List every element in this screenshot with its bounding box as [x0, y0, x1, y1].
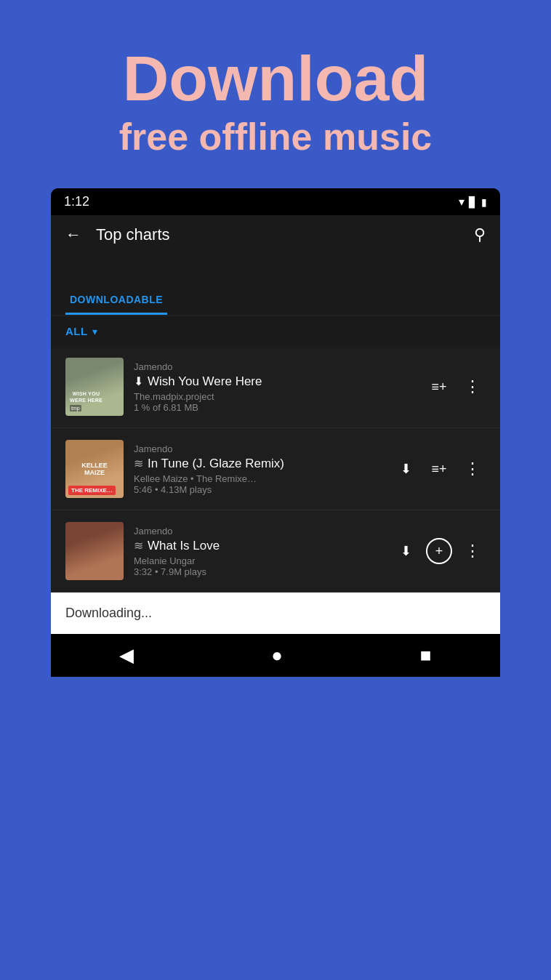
- download-button-2[interactable]: ⬇: [393, 456, 419, 482]
- back-button[interactable]: ←: [65, 225, 81, 244]
- song-actions-2: ⬇ ≡+ ⋮: [393, 456, 486, 482]
- kellee-badge: THE REMIXE…: [68, 486, 116, 495]
- nav-home-button[interactable]: [271, 644, 283, 667]
- hero-section: Download free offline music: [0, 0, 551, 188]
- song-title-1: ⬇ Wish You Were Here: [134, 374, 416, 389]
- song-meta-3: 3:32 • 7.9M plays: [134, 566, 382, 577]
- song-title-3: ≋ What Is Love: [134, 539, 382, 553]
- song-actions-1: ≡+ ⋮: [426, 374, 486, 400]
- wifi-icon: [459, 194, 464, 209]
- song-art-1: wish youwere here tmp: [65, 358, 124, 416]
- more-button-2[interactable]: ⋮: [459, 456, 486, 482]
- song-source-3: Jamendo: [134, 526, 382, 537]
- downloading-icon: ⬇: [134, 374, 143, 388]
- song-art-3: [65, 522, 124, 580]
- song-meta-2: 5:46 • 4.13M plays: [134, 484, 382, 495]
- tab-bar: DOWNLOADABLE: [51, 284, 500, 316]
- hero-title: Download: [29, 44, 522, 114]
- song-artist-2: Kellee Maize • The Remixe…: [134, 473, 382, 484]
- song-actions-3: ⬇ + ⋮: [393, 538, 486, 564]
- status-time: 1:12: [64, 194, 89, 209]
- filter-label[interactable]: ALL: [65, 325, 88, 337]
- song-list: wish youwere here tmp Jamendo ⬇ Wish You…: [51, 346, 500, 593]
- downloading-text: Downloading...: [65, 606, 152, 620]
- status-bar: 1:12: [51, 188, 500, 215]
- song-source-2: Jamendo: [134, 443, 382, 454]
- song-artist-1: The.madpix.project: [134, 391, 416, 402]
- more-button-1[interactable]: ⋮: [459, 374, 486, 400]
- signal-icon: [469, 194, 477, 209]
- nav-recent-button[interactable]: [420, 644, 432, 667]
- more-button-3[interactable]: ⋮: [459, 538, 486, 564]
- song-title-2: ≋ In Tune (J. Glaze Remix): [134, 457, 382, 471]
- queue-button-1[interactable]: ≡+: [426, 374, 452, 400]
- add-button-3[interactable]: +: [426, 538, 452, 564]
- app-bar-title: Top charts: [96, 225, 170, 244]
- stream-icon-2: ≋: [134, 457, 143, 470]
- hero-subtitle: free offline music: [29, 114, 522, 159]
- song-item-2[interactable]: kelleemaize THE REMIXE… Jamendo ≋ In Tun…: [51, 428, 500, 510]
- downloading-bar: Downloading...: [51, 593, 500, 634]
- search-button[interactable]: ⚲: [474, 225, 486, 244]
- song-info-1: Jamendo ⬇ Wish You Were Here The.madpix.…: [134, 361, 416, 413]
- song-item-1[interactable]: wish youwere here tmp Jamendo ⬇ Wish You…: [51, 346, 500, 428]
- song-info-3: Jamendo ≋ What Is Love Melanie Ungar 3:3…: [134, 526, 382, 577]
- tab-downloadable[interactable]: DOWNLOADABLE: [65, 284, 167, 315]
- app-bar-left: ← Top charts: [65, 225, 170, 244]
- song-artist-3: Melanie Ungar: [134, 555, 382, 566]
- app-bar-spacer: [51, 254, 500, 284]
- nav-bar: [51, 634, 500, 677]
- phone-mockup: 1:12 ← Top charts ⚲ DOWNLOADABLE ALL ▾ w…: [51, 188, 500, 677]
- chevron-down-icon[interactable]: ▾: [92, 326, 97, 337]
- battery-icon: [481, 194, 487, 209]
- song-info-2: Jamendo ≋ In Tune (J. Glaze Remix) Kelle…: [134, 443, 382, 495]
- nav-back-button[interactable]: [119, 644, 134, 667]
- song-meta-1: 1 % of 6.81 MB: [134, 402, 416, 413]
- song-source-1: Jamendo: [134, 361, 416, 372]
- filter-row: ALL ▾: [51, 316, 500, 346]
- song-item-3[interactable]: Jamendo ≋ What Is Love Melanie Ungar 3:3…: [51, 510, 500, 593]
- download-button-3[interactable]: ⬇: [393, 538, 419, 564]
- song-art-2: kelleemaize THE REMIXE…: [65, 440, 124, 498]
- queue-button-2[interactable]: ≡+: [426, 456, 452, 482]
- stream-icon-3: ≋: [134, 539, 143, 553]
- status-icons: [459, 194, 487, 209]
- app-bar: ← Top charts ⚲: [51, 215, 500, 254]
